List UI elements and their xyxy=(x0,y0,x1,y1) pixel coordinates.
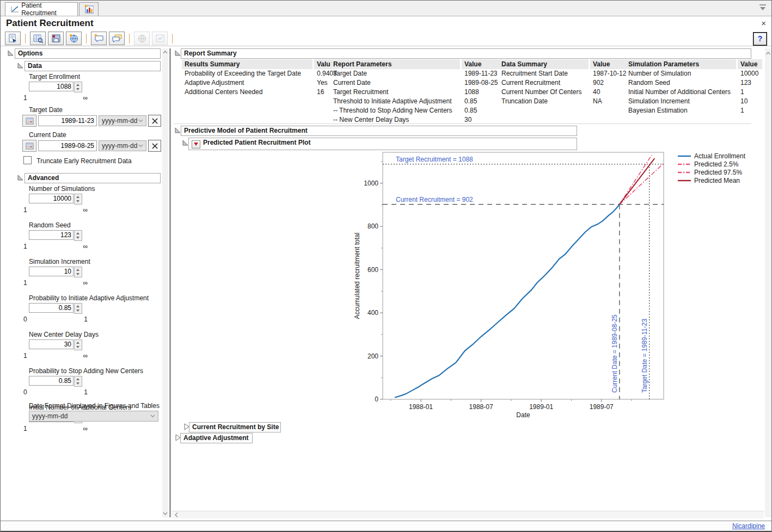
disclosure-open-icon[interactable] xyxy=(182,139,188,146)
number-input[interactable] xyxy=(29,339,73,349)
display-date-format-dropdown[interactable]: yyyy-mm-dd xyxy=(29,411,158,422)
tab-patient-recruitment[interactable]: Patient Recruitment xyxy=(5,2,78,16)
layout-icon-disabled xyxy=(152,32,168,45)
table-cell: 0.85 xyxy=(462,106,507,115)
legend-item: Predicted 97.5% xyxy=(677,168,745,176)
table-cell: 123 xyxy=(738,78,762,88)
checkbox-unchecked[interactable] xyxy=(23,156,32,164)
scroll-left-icon[interactable] xyxy=(174,511,179,518)
truncate-checkbox-row[interactable]: Truncate Early Recruitment Data xyxy=(23,156,132,165)
date-format-dropdown[interactable]: yyyy-mm-dd xyxy=(99,140,146,151)
scroll-up-icon[interactable] xyxy=(765,51,771,56)
plot-area[interactable] xyxy=(383,152,664,399)
spinner[interactable] xyxy=(74,267,82,277)
notes-icon[interactable] xyxy=(109,32,125,45)
toolbar-separator xyxy=(129,34,130,44)
numeric-field: New Center Delay Days1∞ xyxy=(29,331,149,360)
publish-globe-icon[interactable] xyxy=(66,32,82,45)
new-note-icon[interactable] xyxy=(91,32,107,45)
dropdown-value: yyyy-mm-dd xyxy=(102,117,137,125)
status-bar: Nicardipine xyxy=(1,521,771,531)
report-hscrollbar[interactable] xyxy=(172,511,764,518)
predictive-model-header[interactable]: Predictive Model of Patient Recruitment xyxy=(181,126,577,136)
y-axis-title: Accumulated recruitment total xyxy=(353,233,361,319)
clear-date-button[interactable] xyxy=(148,140,161,152)
display-date-format-field: Date Format Displayed in Figures and Tab… xyxy=(29,402,160,422)
advanced-section-header[interactable]: Advanced xyxy=(24,173,161,183)
calendar-icon[interactable] xyxy=(22,115,36,127)
sidebar-scrollbar[interactable] xyxy=(162,48,168,517)
table-cell: Simulation Increment xyxy=(626,97,736,106)
tab-report-builder[interactable] xyxy=(79,2,99,16)
legend-line-sample xyxy=(677,162,691,167)
recruitment-by-site-header[interactable]: Current Recruitment by Site xyxy=(189,422,281,432)
plot-svg[interactable]: 020040060080010001988-011988-071989-0119… xyxy=(352,149,673,420)
target-date-field: Target Date yyyy-mm-dd xyxy=(29,106,161,127)
app-window: Patient Recruitment Patient Recruitment … xyxy=(0,0,772,532)
data-table-link[interactable]: Nicardipine xyxy=(732,522,765,530)
data-filter-icon[interactable] xyxy=(758,4,767,11)
clear-date-button[interactable] xyxy=(148,115,161,127)
number-input[interactable] xyxy=(29,303,73,313)
checkbox-label: Truncate Early Recruitment Data xyxy=(36,157,131,165)
help-button[interactable]: ? xyxy=(753,33,767,45)
recruitment-chart[interactable]: 020040060080010001988-011988-071989-0119… xyxy=(352,149,673,422)
disclosure-open-icon[interactable] xyxy=(7,50,14,56)
number-input[interactable] xyxy=(29,267,73,276)
field-label: Date Format Displayed in Figures and Tab… xyxy=(29,402,160,410)
report-scrollbar[interactable] xyxy=(765,48,771,517)
field-label: Probability to Initiate Adaptive Adjustm… xyxy=(29,294,149,302)
current-recruitment-label: Current Recruitment = 902 xyxy=(396,196,473,203)
disclosure-open-icon[interactable] xyxy=(17,174,23,181)
spinner[interactable] xyxy=(74,339,82,350)
table-cell: Additional Centers Needed xyxy=(182,88,313,97)
section-divider xyxy=(174,123,751,124)
spinner[interactable] xyxy=(74,303,82,314)
target-date-input[interactable] xyxy=(38,115,97,126)
target-enrollment-input[interactable] xyxy=(29,82,73,91)
summary-table: Simulation ParametersValueNumber of Simu… xyxy=(624,59,764,115)
report-summary-header[interactable]: Report Summary xyxy=(181,48,751,59)
x-icon xyxy=(152,143,158,149)
current-date-field: Current Date yyyy-mm-dd xyxy=(29,131,161,152)
max-label: ∞ xyxy=(83,206,88,214)
save-table-icon[interactable] xyxy=(48,32,64,45)
data-table-icon[interactable] xyxy=(30,32,46,45)
disclosure-open-icon[interactable] xyxy=(174,127,181,133)
number-input[interactable] xyxy=(29,376,73,386)
scroll-down-icon[interactable] xyxy=(162,511,168,516)
current-date-input[interactable] xyxy=(38,140,97,151)
red-triangle-menu-icon[interactable] xyxy=(192,140,200,149)
spinner[interactable] xyxy=(74,230,82,241)
number-input[interactable] xyxy=(29,194,73,203)
number-input[interactable] xyxy=(29,230,73,240)
min-label: 1 xyxy=(23,425,27,432)
close-icon[interactable]: × xyxy=(761,18,766,28)
min-label: 1 xyxy=(23,243,27,250)
date-format-dropdown[interactable]: yyyy-mm-dd xyxy=(99,115,146,126)
legend-line-sample xyxy=(677,153,691,159)
table-cell: -- Threshold to Stop Adding New Centers xyxy=(330,106,460,115)
dropdown-value: yyyy-mm-dd xyxy=(32,412,68,420)
spinner[interactable] xyxy=(74,194,82,205)
pane-splitter[interactable] xyxy=(169,48,171,517)
table-cell: 1 xyxy=(738,88,762,97)
spinner[interactable] xyxy=(74,376,82,387)
calendar-icon[interactable] xyxy=(22,140,36,152)
y-tick-label: 1000 xyxy=(364,180,378,187)
line-chart-icon xyxy=(10,5,19,13)
data-section-header[interactable]: Data xyxy=(24,61,161,71)
spinner[interactable] xyxy=(74,82,82,92)
options-panel: Options Data Target Enrollment 1∞ Target… xyxy=(5,48,162,517)
run-script-icon[interactable] xyxy=(5,32,21,45)
table-row: Target Date1989-11-23 xyxy=(330,69,507,78)
adaptive-adjustment-header[interactable]: Adaptive Adjustment xyxy=(180,433,253,443)
options-header[interactable]: Options xyxy=(15,48,161,59)
disclosure-open-icon[interactable] xyxy=(174,50,181,56)
disclosure-open-icon[interactable] xyxy=(17,62,23,69)
max-label: ∞ xyxy=(83,94,88,102)
chevron-down-icon xyxy=(138,119,143,122)
field-label: Number of Simulations xyxy=(29,185,149,193)
scroll-up-icon[interactable] xyxy=(162,50,168,55)
table-cell: Threshold to Initiate Adaptive Adjustmen… xyxy=(330,97,460,106)
